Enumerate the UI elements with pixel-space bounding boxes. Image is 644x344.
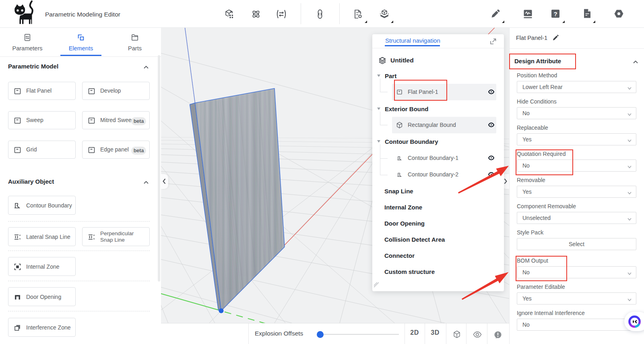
svg-text:?: ?	[553, 10, 557, 17]
